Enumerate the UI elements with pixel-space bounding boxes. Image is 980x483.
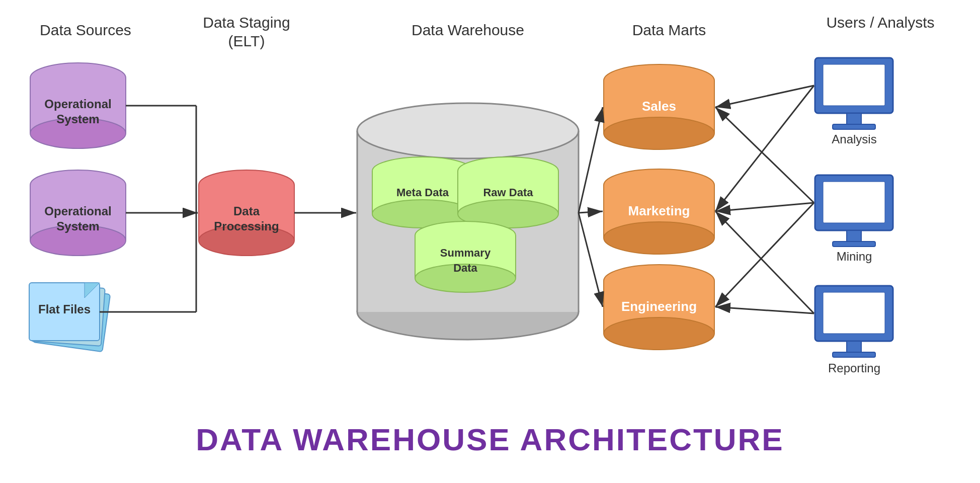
meta-data-top	[372, 157, 473, 185]
engineering-top	[604, 265, 714, 297]
op-system-2-body	[30, 185, 126, 240]
flat-files-page3	[33, 285, 111, 352]
marketing-label: Marketing	[628, 203, 690, 218]
mining-computer-display	[823, 182, 885, 223]
op-system-1-bottom	[30, 118, 126, 148]
sales-body	[604, 80, 714, 133]
mining-computer-screen	[815, 175, 893, 230]
data-processing-bottom	[199, 225, 294, 256]
meta-data-label: Meta Data	[396, 186, 449, 199]
analysis-computer-display	[823, 64, 885, 106]
arrow-reporting-engineering	[715, 307, 814, 313]
analysis-computer-base	[833, 124, 875, 129]
summary-data-body	[415, 235, 516, 278]
arrow-analysis-marketing	[715, 86, 814, 211]
reporting-computer-display	[823, 292, 885, 334]
op-system-1-label2: System	[56, 112, 99, 126]
section-title-warehouse: Data Warehouse	[412, 22, 524, 38]
op-system-2-top	[30, 170, 126, 200]
meta-data-body	[372, 171, 473, 214]
bottom-title-text: DATA WAREHOUSE ARCHITECTURE	[196, 422, 784, 457]
section-title-marts: Data Marts	[632, 22, 706, 38]
summary-data-bottom	[415, 264, 516, 292]
reporting-computer-base	[833, 352, 875, 357]
op-system-1-top	[30, 63, 126, 93]
marketing-body	[604, 185, 714, 238]
mining-label: Mining	[837, 250, 872, 263]
sales-label: Sales	[642, 99, 676, 114]
raw-data-label: Raw Data	[483, 186, 533, 199]
mining-computer-stand	[847, 230, 861, 242]
reporting-computer-screen	[815, 286, 893, 341]
analysis-label: Analysis	[832, 132, 876, 146]
analysis-computer-stand	[847, 113, 861, 124]
engineering-body	[604, 281, 714, 334]
op-system-2-label: Operational	[44, 204, 111, 218]
arrow-analysis-sales	[715, 86, 814, 107]
flat-files-page1	[29, 283, 100, 341]
arrow-warehouse-marketing	[579, 211, 603, 213]
raw-data-bottom	[458, 200, 558, 228]
reporting-computer-stand	[847, 341, 861, 352]
arrow-warehouse-engineering	[579, 213, 603, 307]
arrow-mining-engineering	[715, 203, 814, 307]
op-system-2-bottom	[30, 225, 126, 256]
flat-files-dogear	[85, 283, 100, 298]
summary-data-top	[415, 221, 516, 250]
raw-data-body	[458, 171, 558, 214]
engineering-bottom	[604, 317, 714, 350]
marketing-top	[604, 169, 714, 201]
section-title-staging: Data Staging	[203, 14, 290, 31]
sales-bottom	[604, 117, 714, 149]
marketing-bottom	[604, 222, 714, 254]
engineering-label: Engineering	[621, 299, 697, 314]
section-title-sources: Data Sources	[40, 22, 131, 38]
flat-files-label: Flat Files	[38, 302, 91, 316]
op-system-2-label2: System	[56, 219, 99, 233]
section-title-users: Users / Analysts	[826, 14, 934, 31]
data-processing-label: Data	[233, 204, 260, 218]
arrow-mining-marketing	[715, 203, 814, 211]
meta-data-bottom	[372, 200, 473, 228]
data-processing-top	[199, 170, 294, 200]
arrow-reporting-marketing	[715, 211, 814, 313]
op-system-1-label: Operational	[44, 97, 111, 111]
summary-data-label: Summary	[440, 247, 491, 259]
summary-data-label2: Data	[453, 262, 477, 274]
op-system-1-body	[30, 78, 126, 133]
section-title-elt: (ELT)	[228, 33, 265, 49]
arrow-mining-sales	[715, 107, 814, 203]
diagram: Data Sources Data Staging (ELT) Data War…	[0, 0, 980, 483]
data-processing-label2: Processing	[214, 219, 279, 233]
warehouse-outer-bottom	[357, 284, 579, 340]
warehouse-outer-body	[357, 131, 579, 312]
raw-data-top	[458, 157, 558, 185]
warehouse-outer-top	[357, 103, 579, 158]
sales-top	[604, 64, 714, 97]
arrow-warehouse-sales	[579, 107, 603, 213]
analysis-computer-screen	[815, 58, 893, 113]
flat-files-page2	[31, 283, 105, 346]
reporting-label: Reporting	[828, 361, 880, 375]
data-processing-body	[199, 185, 294, 240]
mining-computer-base	[833, 242, 875, 247]
